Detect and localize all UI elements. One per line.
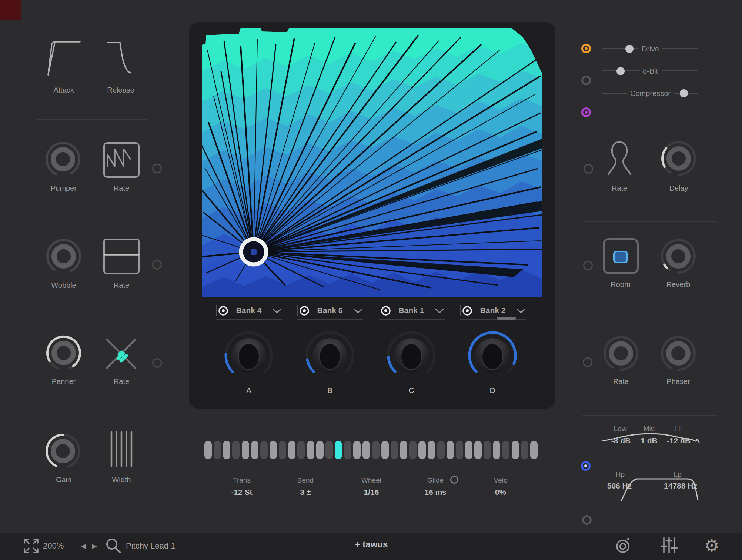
macro-knob-b[interactable] xyxy=(298,324,361,389)
key-active[interactable] xyxy=(335,441,342,459)
key[interactable] xyxy=(251,441,258,459)
square-wave-icon[interactable] xyxy=(103,238,140,274)
x-scribble-icon[interactable] xyxy=(103,335,140,372)
key[interactable] xyxy=(223,441,230,459)
preset-name[interactable]: Pitchy Lead 1 xyxy=(126,541,175,551)
fx3-mod-radio[interactable] xyxy=(583,357,592,367)
pumper-knob[interactable] xyxy=(43,139,83,181)
key[interactable] xyxy=(456,441,463,459)
drive-radio[interactable] xyxy=(581,44,591,53)
bend-value[interactable]: 3 ± xyxy=(300,488,311,497)
key[interactable] xyxy=(428,441,435,459)
fullscreen-icon[interactable] xyxy=(21,536,41,556)
compressor-slider[interactable]: Compressor xyxy=(602,93,698,94)
attack-envelope-icon[interactable] xyxy=(44,38,84,80)
key[interactable] xyxy=(493,441,500,459)
key[interactable] xyxy=(521,441,528,459)
key[interactable] xyxy=(325,441,333,459)
key[interactable] xyxy=(260,441,268,459)
bit-slider[interactable]: 8-Bit xyxy=(602,70,698,71)
gear-icon[interactable]: ⚙ xyxy=(704,536,719,556)
room-icon[interactable] xyxy=(603,238,639,274)
key[interactable] xyxy=(288,441,295,459)
macro-knob-a[interactable] xyxy=(217,324,280,389)
filter-radio[interactable] xyxy=(582,515,592,525)
key[interactable] xyxy=(270,441,277,459)
width-bars-icon[interactable] xyxy=(109,431,134,468)
search-icon[interactable] xyxy=(104,537,122,555)
key[interactable] xyxy=(391,441,398,459)
pumper-mod-radio[interactable] xyxy=(152,164,162,173)
mixer-sliders-icon[interactable] xyxy=(660,536,678,554)
wobble-knob[interactable] xyxy=(43,236,84,278)
key[interactable] xyxy=(400,441,407,459)
key[interactable] xyxy=(512,441,519,459)
phaser-knob[interactable] xyxy=(658,333,699,375)
bank-selector[interactable]: Bank 5 xyxy=(297,303,364,321)
key[interactable] xyxy=(242,441,249,459)
trans-value[interactable]: -12 St xyxy=(231,488,252,497)
key[interactable] xyxy=(381,441,389,459)
key[interactable] xyxy=(353,441,361,459)
fx1-mod-radio[interactable] xyxy=(584,164,593,174)
chevron-down-icon[interactable] xyxy=(516,308,526,314)
velo-value[interactable]: 0% xyxy=(495,488,506,497)
next-preset-arrow[interactable]: ▶ xyxy=(92,542,97,550)
gain-knob[interactable] xyxy=(43,431,83,473)
compressor-radio[interactable] xyxy=(581,107,591,117)
bank-selector[interactable]: Bank 1 xyxy=(379,303,445,321)
key[interactable] xyxy=(279,441,286,459)
key[interactable] xyxy=(344,441,351,459)
key[interactable] xyxy=(530,441,538,459)
plugin-title[interactable]: + tawus xyxy=(355,539,388,550)
release-envelope-icon[interactable] xyxy=(106,38,136,79)
velo-label: Velo xyxy=(494,476,508,484)
panner-mod-radio[interactable] xyxy=(152,358,162,368)
macro-knob-c[interactable] xyxy=(380,324,443,389)
wobble-mod-radio[interactable] xyxy=(152,260,162,270)
fx2-mod-radio[interactable] xyxy=(583,261,593,270)
key[interactable] xyxy=(437,441,445,459)
spiral-logo-icon[interactable] xyxy=(614,536,632,554)
xy-pad-visualizer[interactable] xyxy=(202,28,542,297)
key[interactable] xyxy=(204,441,212,459)
chevron-down-icon[interactable] xyxy=(272,308,282,314)
key[interactable] xyxy=(418,441,426,459)
panner-knob[interactable] xyxy=(43,333,84,375)
key[interactable] xyxy=(297,441,305,459)
bank-selector[interactable]: Bank 2 xyxy=(460,303,527,321)
compressor-slider-handle[interactable] xyxy=(680,89,688,97)
key[interactable] xyxy=(372,441,380,459)
key[interactable] xyxy=(447,441,454,459)
delay-knob[interactable] xyxy=(658,138,699,180)
glide-circle-icon[interactable] xyxy=(450,476,458,484)
key[interactable] xyxy=(316,441,324,459)
bank-selector[interactable]: Bank 4 xyxy=(216,303,283,321)
bit-radio[interactable] xyxy=(581,76,591,85)
eq-radio[interactable] xyxy=(581,461,591,471)
chevron-down-icon[interactable] xyxy=(435,308,444,314)
glide-value[interactable]: 16 ms xyxy=(424,488,447,497)
key[interactable] xyxy=(502,441,509,459)
zoom-level[interactable]: 200% xyxy=(43,541,64,551)
prev-preset-arrow[interactable]: ◀ xyxy=(81,542,86,550)
key[interactable] xyxy=(232,441,240,459)
macro-knob-d[interactable] xyxy=(461,324,524,389)
drive-slider[interactable]: Drive xyxy=(602,48,698,49)
bit-slider-handle[interactable] xyxy=(616,67,625,75)
key[interactable] xyxy=(307,441,314,459)
key[interactable] xyxy=(474,441,482,459)
key[interactable] xyxy=(484,441,491,459)
person-icon[interactable] xyxy=(599,138,640,179)
chevron-down-icon[interactable] xyxy=(353,308,363,314)
fx3-rate-knob[interactable] xyxy=(601,333,641,375)
key[interactable] xyxy=(409,441,417,459)
key[interactable] xyxy=(465,441,472,459)
reverb-knob[interactable] xyxy=(658,236,699,278)
filter-curve xyxy=(604,470,703,503)
key[interactable] xyxy=(362,441,370,459)
key[interactable] xyxy=(214,441,221,459)
wheel-value[interactable]: 1/16 xyxy=(364,488,379,497)
drive-slider-handle[interactable] xyxy=(625,45,634,53)
saw-wave-icon[interactable] xyxy=(103,142,140,178)
